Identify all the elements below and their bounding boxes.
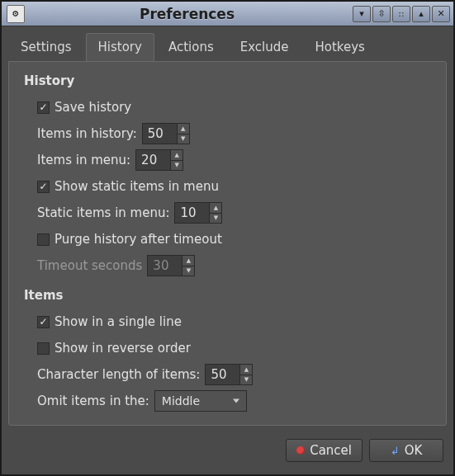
char-len-down[interactable]: ▼ — [239, 375, 253, 386]
single-line-checkbox[interactable] — [37, 316, 50, 328]
omit-label: Omit items in the: — [37, 394, 149, 408]
ok-label: OK — [405, 443, 423, 458]
save-history-checkbox[interactable] — [37, 101, 50, 114]
items-in-history-label: Items in history: — [37, 126, 137, 141]
items-in-menu-up[interactable]: ▲ — [170, 149, 183, 160]
purge-label: Purge history after timeout — [55, 232, 222, 247]
window-title: Preferences — [25, 6, 349, 22]
row-char-len: Character length of items: ▲ ▼ — [37, 364, 431, 385]
char-len-spinner[interactable]: ▲ ▼ — [205, 364, 253, 385]
row-save-history: Save history — [37, 97, 431, 118]
items-in-menu-label: Items in menu: — [37, 153, 130, 167]
purge-checkbox[interactable] — [37, 233, 50, 246]
static-items-up[interactable]: ▲ — [209, 202, 222, 213]
window-controls: ▾ ⇳ :: ▴ ✕ — [353, 6, 450, 22]
cancel-label: Cancel — [310, 443, 352, 458]
row-reverse: Show in reverse order — [37, 337, 431, 359]
section-items-title: Items — [24, 288, 431, 303]
omit-dropdown[interactable]: Middle — [154, 390, 247, 412]
reverse-label: Show in reverse order — [55, 341, 191, 356]
show-static-checkbox[interactable] — [37, 181, 50, 193]
save-history-label: Save history — [55, 100, 131, 115]
cancel-icon — [296, 446, 305, 455]
ok-icon: ↲ — [391, 445, 400, 457]
single-line-label: Show in a single line — [55, 314, 182, 329]
tab-exclude[interactable]: Exclude — [228, 33, 301, 61]
items-in-menu-input[interactable] — [135, 149, 170, 171]
shade-up-button[interactable]: ▴ — [412, 6, 430, 22]
tab-settings[interactable]: Settings — [8, 33, 84, 61]
row-timeout: Timeout seconds ▲ ▼ — [37, 255, 431, 276]
show-static-label: Show static items in menu — [55, 179, 219, 194]
tab-bar: Settings History Actions Exclude Hotkeys — [2, 26, 453, 61]
omit-value: Middle — [162, 394, 200, 408]
items-in-history-up[interactable]: ▲ — [177, 123, 190, 134]
items-in-history-input[interactable] — [142, 123, 177, 144]
items-in-menu-spinner[interactable]: ▲ ▼ — [135, 149, 183, 171]
row-single-line: Show in a single line — [37, 311, 431, 332]
dialog-footer: Cancel ↲ OK — [2, 432, 453, 472]
shade-toggle-button[interactable]: ⇳ — [372, 6, 391, 22]
cancel-button[interactable]: Cancel — [286, 439, 363, 462]
tab-actions[interactable]: Actions — [156, 33, 226, 61]
shade-down-button[interactable]: ▾ — [353, 6, 371, 22]
row-purge: Purge history after timeout — [37, 229, 431, 250]
section-history-title: History — [24, 73, 431, 88]
timeout-up: ▲ — [182, 255, 195, 266]
timeout-input — [147, 255, 182, 276]
ok-button[interactable]: ↲ OK — [369, 439, 443, 462]
char-len-input[interactable] — [205, 364, 239, 385]
timeout-label: Timeout seconds — [37, 258, 142, 273]
char-len-label: Character length of items: — [37, 367, 200, 382]
static-items-spinner[interactable]: ▲ ▼ — [174, 202, 222, 224]
char-len-up[interactable]: ▲ — [239, 364, 253, 375]
items-in-menu-down[interactable]: ▼ — [170, 160, 183, 172]
static-items-input[interactable] — [174, 202, 209, 224]
row-omit: Omit items in the: Middle — [37, 390, 431, 412]
tab-hotkeys[interactable]: Hotkeys — [302, 33, 377, 61]
row-static-items: Static items in menu: ▲ ▼ — [37, 202, 431, 224]
static-items-label: Static items in menu: — [37, 205, 169, 220]
items-in-history-spinner[interactable]: ▲ ▼ — [142, 123, 190, 144]
close-button[interactable]: ✕ — [432, 6, 450, 22]
static-items-down[interactable]: ▼ — [209, 213, 222, 224]
row-show-static: Show static items in menu — [37, 176, 431, 197]
history-panel: History Save history Items in history: ▲… — [8, 61, 447, 426]
app-icon: ⚙ — [7, 5, 25, 23]
tab-history[interactable]: History — [86, 33, 154, 61]
preferences-window: ⚙ Preferences ▾ ⇳ :: ▴ ✕ Settings Histor… — [0, 0, 455, 476]
timeout-down: ▼ — [182, 266, 195, 277]
reverse-checkbox[interactable] — [37, 342, 50, 355]
title-bar: ⚙ Preferences ▾ ⇳ :: ▴ ✕ — [2, 2, 453, 26]
row-items-in-menu: Items in menu: ▲ ▼ — [37, 149, 431, 171]
timeout-spinner: ▲ ▼ — [147, 255, 195, 276]
row-items-in-history: Items in history: ▲ ▼ — [37, 123, 431, 144]
items-in-history-down[interactable]: ▼ — [177, 134, 190, 145]
sticky-button[interactable]: :: — [392, 6, 410, 22]
